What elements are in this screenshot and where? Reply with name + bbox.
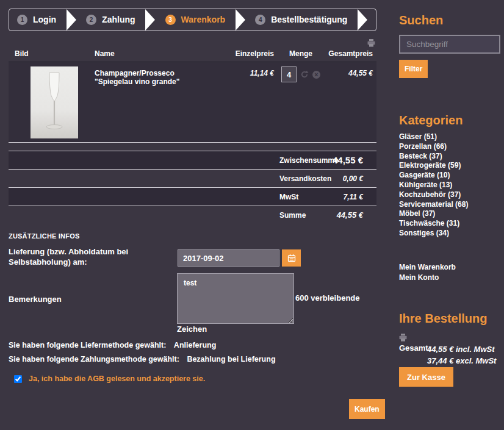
delivery-date-label: Lieferung (bzw. Abholdatum bei Selbstabh… [9, 246, 176, 267]
cart-summary: Zwischensumme 44,55 € Versandkosten 0,00… [9, 151, 376, 224]
additional-info-section: ZUSÄTZLICHE INFOS Lieferung (bzw. Abhold… [9, 224, 376, 430]
summary-value: 44,55 € [337, 210, 363, 220]
category-item[interactable]: Servicematerial (68) [399, 200, 468, 210]
summary-row-zwischensumme: Zwischensumme 44,55 € [9, 151, 376, 170]
buy-button[interactable]: Kaufen [349, 399, 385, 419]
breadcrumb-step-zahlung[interactable]: 2 Zahlung [86, 15, 135, 25]
sidebar: Suchen Filter Kategorien Gläser (51) Por… [399, 9, 500, 430]
remaining-characters-text: 600 verbleibende [295, 293, 360, 303]
remarks-textarea[interactable]: test [177, 273, 294, 324]
filter-button[interactable]: Filter [399, 60, 428, 78]
step-label: Login [33, 15, 56, 25]
summary-label: Versandkosten [279, 174, 331, 183]
step-label: Zahlung [102, 15, 135, 25]
refresh-icon[interactable] [300, 70, 309, 79]
order-total-excl: 37,44 € excl. MwSt [427, 355, 496, 367]
quantity-controls: × [278, 62, 324, 82]
category-item[interactable]: Porzellan (66) [399, 142, 468, 152]
step-number-badge: 3 [165, 15, 176, 25]
summary-value: 0,00 € [343, 174, 363, 183]
calendar-icon [287, 254, 296, 262]
summary-value: 7,11 € [344, 193, 363, 201]
step-label: Bestellbestätigung [271, 15, 347, 25]
breadcrumb-step-login[interactable]: 1 Login [17, 15, 56, 25]
category-item[interactable]: Möbel (37) [399, 209, 468, 219]
table-toolbar [9, 38, 376, 47]
quantity-input[interactable] [281, 66, 297, 82]
step-number-badge: 1 [17, 15, 27, 25]
category-item[interactable]: Gläser (51) [399, 132, 468, 142]
summary-label: MwSt [279, 193, 298, 201]
step-label: Warenkorb [181, 15, 226, 25]
agb-checkbox[interactable] [14, 375, 22, 383]
summary-value: 44,55 € [333, 155, 363, 165]
my-cart-link[interactable]: Mein Warenkorb [399, 263, 456, 271]
payment-method-line: Sie haben folgende Zahlungsmethode gewäh… [9, 355, 276, 364]
payment-method-label: Sie haben folgende Zahlungsmethode gewäh… [9, 355, 179, 364]
agb-consent-row: Ja, ich habe die AGB gelesen und akzepti… [14, 374, 205, 383]
cart-table-header: Bild Name Einzelpreis Menge Gesamtpreis [9, 49, 376, 62]
header-gesamtpreis: Gesamtpreis [324, 49, 376, 58]
header-name: Name [95, 49, 214, 58]
breadcrumb-step-warenkorb[interactable]: 3 Warenkorb [165, 15, 226, 25]
remarks-label: Bemerkungen [9, 294, 62, 304]
main-content: 1 Login 2 Zahlung 3 Warenkorb 4 Bestellb… [9, 9, 376, 430]
shipping-method-value: Anlieferung [174, 341, 216, 349]
search-input[interactable] [399, 35, 500, 54]
chevron-right-icon [235, 9, 246, 30]
champagne-glass-image [31, 66, 78, 138]
summary-row-mwst: MwSt 7,11 € [9, 188, 376, 206]
order-total-label: Gesamt: [399, 343, 427, 367]
category-item[interactable]: Besteck (37) [399, 152, 468, 162]
categories-heading: Kategorien [399, 113, 463, 127]
product-unit-price: 11,14 € [214, 62, 278, 142]
category-item[interactable]: Sonstiges (34) [399, 229, 468, 238]
step-number-badge: 2 [86, 15, 96, 25]
chevron-right-icon [145, 9, 156, 30]
order-total-row: Gesamt: 44,55 € incl. MwSt 37,44 € excl.… [399, 343, 496, 367]
search-heading: Suchen [399, 13, 443, 27]
shipping-method-line: Sie haben folgende Liefermethode gewählt… [9, 341, 216, 349]
summary-label: Summe [279, 211, 306, 220]
category-item[interactable]: Tischwäsche (31) [399, 219, 468, 229]
printer-icon[interactable] [367, 38, 375, 47]
my-account-link[interactable]: Mein Konto [399, 273, 439, 282]
category-item[interactable]: Kühlgeräte (13) [399, 181, 468, 190]
shipping-method-label: Sie haben folgende Liefermethode gewählt… [9, 341, 166, 349]
breadcrumb: 1 Login 2 Zahlung 3 Warenkorb 4 Bestellb… [9, 9, 376, 31]
checkout-page: 1 Login 2 Zahlung 3 Warenkorb 4 Bestellb… [0, 0, 504, 430]
summary-label: Zwischensumme [279, 156, 339, 165]
header-menge: Menge [278, 49, 324, 58]
order-total-incl: 44,55 € incl. MwSt [427, 343, 496, 355]
printer-icon[interactable] [399, 334, 407, 342]
categories-list: Gläser (51) Porzellan (66) Besteck (37) … [399, 132, 468, 238]
category-item[interactable]: Elektrogeräte (59) [399, 161, 468, 171]
order-heading: Ihre Bestellung [399, 312, 487, 326]
product-total-price: 44,55 € [324, 62, 376, 142]
delivery-date-input[interactable] [178, 249, 279, 267]
remove-circle-icon[interactable]: × [312, 71, 320, 79]
product-name[interactable]: Champagner/Prosseco "Spiegelau vino gran… [95, 62, 214, 142]
chevron-right-icon [66, 9, 77, 30]
chevron-right-icon [357, 9, 368, 30]
header-bild: Bild [9, 49, 95, 58]
section-heading: ZUSÄTZLICHE INFOS [9, 232, 79, 240]
remaining-characters-text: Zeichen [177, 324, 207, 334]
payment-method-value: Bezahlung bei Lieferung [187, 355, 275, 364]
category-item[interactable]: Kochzubehör (37) [399, 190, 468, 200]
product-image[interactable] [31, 66, 78, 138]
cart-item-row: Champagner/Prosseco "Spiegelau vino gran… [9, 62, 376, 143]
checkout-button[interactable]: Zur Kasse [399, 367, 453, 387]
summary-row-versandkosten: Versandkosten 0,00 € [9, 170, 376, 188]
calendar-button[interactable] [282, 249, 301, 267]
category-item[interactable]: Gasgeräte (10) [399, 171, 468, 181]
step-number-badge: 4 [255, 15, 265, 25]
agb-label[interactable]: Ja, ich habe die AGB gelesen und akzepti… [29, 374, 205, 383]
summary-row-summe: Summe 44,55 € [9, 206, 376, 224]
breadcrumb-step-bestellbestaetigung[interactable]: 4 Bestellbestätigung [255, 15, 347, 25]
header-einzelpreis: Einzelpreis [214, 49, 278, 58]
